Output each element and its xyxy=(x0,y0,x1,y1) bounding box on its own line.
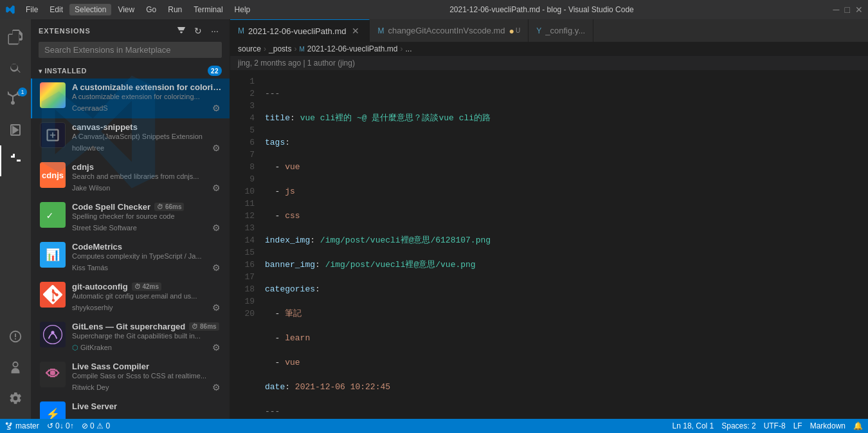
menu-file[interactable]: File xyxy=(21,4,43,15)
ext-icon-gitlens xyxy=(40,322,66,347)
status-spaces[interactable]: Spaces: 2 xyxy=(721,421,755,430)
ext-gear-live-sass[interactable]: ⚙ xyxy=(211,381,222,394)
breadcrumb-icon-md: M xyxy=(299,46,304,53)
status-errors[interactable]: ⊘ 0 ⚠ 0 xyxy=(82,421,110,430)
ext-gear-gitlens[interactable]: ⚙ xyxy=(211,341,222,354)
ext-item-cdnjs[interactable]: cdnjs cdnjs Search and embed libraries f… xyxy=(31,158,230,198)
activity-icon-run[interactable] xyxy=(0,115,31,145)
breadcrumb-sep3: › xyxy=(400,44,402,53)
close-btn[interactable]: ✕ xyxy=(855,5,863,15)
status-notifications[interactable]: 🔔 xyxy=(853,421,863,430)
tab-config[interactable]: Y _config.y... xyxy=(529,19,593,42)
breadcrumb-source[interactable]: source xyxy=(238,44,261,53)
status-encoding[interactable]: UTF-8 xyxy=(764,421,786,430)
ext-author-codemetrics: Kiss Tamás xyxy=(72,264,108,272)
breadcrumb-section[interactable]: ... xyxy=(405,44,411,53)
breadcrumb-file[interactable]: 2021-12-06-vuecliPath.md xyxy=(307,44,398,53)
activity-icon-account[interactable] xyxy=(0,352,31,383)
status-sync[interactable]: ↺ 0↓ 0↑ xyxy=(47,421,74,430)
title-bar: File Edit Selection View Go Run Terminal… xyxy=(0,0,868,19)
search-input[interactable] xyxy=(44,45,216,55)
sidebar-header: EXTENSIONS ↻ ··· xyxy=(31,19,230,42)
ext-item-live-sass[interactable]: 👁 Live Sass Compiler Compile Sass or Scs… xyxy=(31,358,230,398)
code-line-12: - vue xyxy=(265,356,868,369)
breadcrumb: source › _posts › M 2021-12-06-vuecliPat… xyxy=(230,42,868,56)
tab-label-git-u: U xyxy=(516,27,520,34)
refresh-button[interactable]: ↻ xyxy=(191,24,205,38)
ext-author-git-autoconfig: shyykoserhiy xyxy=(72,304,113,311)
ext-item-colorize[interactable]: A customizable extension for colorizing.… xyxy=(31,78,230,118)
git-blame-top: jing, 2 months ago | 1 author (jing) xyxy=(238,59,355,68)
ext-gear-cdnjs[interactable]: ⚙ xyxy=(211,181,222,194)
maximize-btn[interactable]: □ xyxy=(845,5,850,15)
activity-icon-explorer[interactable] xyxy=(0,22,31,53)
ext-gear-colorize[interactable]: ⚙ xyxy=(211,102,222,115)
svg-point-7 xyxy=(51,331,54,334)
git-info-bar-top: jing, 2 months ago | 1 author (jing) xyxy=(230,56,868,70)
ext-item-spell-checker[interactable]: ✓ Code Spell Checker ⏱ 66ms Spelling che… xyxy=(31,198,230,238)
ext-item-git-autoconfig[interactable]: git-autoconfig ⏱ 42ms Automatic git conf… xyxy=(31,278,230,318)
minimize-btn[interactable]: ─ xyxy=(833,5,840,15)
activity-icon-remote[interactable] xyxy=(0,321,31,352)
ext-item-live-server[interactable]: ⚡ Live Server xyxy=(31,398,230,419)
breadcrumb-posts[interactable]: _posts xyxy=(269,44,291,53)
ext-desc-cdnjs: Search and embed libraries from cdnjs... xyxy=(72,172,222,180)
tab-icon-md: M xyxy=(238,26,244,35)
status-crlf[interactable]: LF xyxy=(793,421,802,430)
ext-desc-gitlens: Supercharge the Git capabilities built i… xyxy=(72,332,222,340)
status-language[interactable]: Markdown xyxy=(810,421,845,430)
ext-info-git-autoconfig: git-autoconfig ⏱ 42ms Automatic git conf… xyxy=(72,282,222,314)
tab-icon-md2: M xyxy=(377,26,384,35)
ext-item-gitlens[interactable]: GitLens — Git supercharged ⏱ 86ms Superc… xyxy=(31,318,230,358)
ext-name-live-server: Live Server xyxy=(72,401,222,411)
ext-name-gitlens: GitLens — Git supercharged ⏱ 86ms xyxy=(72,322,222,331)
editor-scroll[interactable]: 1 2 3 4 5 6 7 8 9 10 11 12 13 14 15 16 1 xyxy=(230,70,868,419)
ext-icon-live-server: ⚡ xyxy=(40,401,66,419)
ext-gear-spell[interactable]: ⚙ xyxy=(211,221,222,234)
menu-terminal[interactable]: Terminal xyxy=(188,4,228,15)
ext-gear-git-autoconfig[interactable]: ⚙ xyxy=(211,301,222,314)
activity-icon-extensions[interactable] xyxy=(0,145,31,176)
status-git-branch[interactable]: master xyxy=(5,421,39,430)
menu-selection[interactable]: Selection xyxy=(69,4,111,15)
editor-content: 1 2 3 4 5 6 7 8 9 10 11 12 13 14 15 16 1 xyxy=(230,70,868,419)
menu-go[interactable]: Go xyxy=(141,4,161,15)
activity-icon-source-control[interactable]: 1 xyxy=(0,84,31,115)
tab-label-config: _config.y... xyxy=(545,26,585,35)
code-line-11: - learn xyxy=(265,332,868,344)
code-line-8: banner_img: /img/post/vuecli裡@意思/vue.png xyxy=(265,259,868,271)
tab-vuecli-path[interactable]: M 2021-12-06-vuecliPath.md ✕ xyxy=(230,19,370,42)
installed-section-header[interactable]: ▾ INSTALLED 22 xyxy=(31,63,230,78)
ext-gear-canvas[interactable]: ⚙ xyxy=(211,142,222,154)
ext-icon-codemetrics: 📊 xyxy=(40,242,66,268)
ext-desc-codemetrics: Computes complexity in TypeScript / Ja..… xyxy=(72,252,222,260)
tab-change-git[interactable]: M changeGitAccountInVscode.md ● U xyxy=(370,19,529,42)
menu-run[interactable]: Run xyxy=(163,4,187,15)
status-ln-col[interactable]: Ln 18, Col 1 xyxy=(673,421,714,430)
ext-item-codemetrics[interactable]: 📊 CodeMetrics Computes complexity in Typ… xyxy=(31,238,230,278)
menu-help[interactable]: Help xyxy=(230,4,256,15)
code-content: --- title: vue cli裡的 ~@ 是什麼意思？談談vue cli的… xyxy=(262,70,868,419)
filter-button[interactable] xyxy=(174,24,188,38)
ext-icon-spell: ✓ xyxy=(40,202,66,228)
code-line-10: - 筆記 xyxy=(265,308,868,320)
more-actions-button[interactable]: ··· xyxy=(208,24,222,38)
activity-icon-search[interactable] xyxy=(0,53,31,84)
search-box[interactable] xyxy=(39,42,222,58)
status-right: Ln 18, Col 1 Spaces: 2 UTF-8 LF Markdown… xyxy=(673,421,863,430)
extensions-title: EXTENSIONS xyxy=(39,27,174,35)
ext-name-cdnjs: cdnjs xyxy=(72,162,222,172)
menu-view[interactable]: View xyxy=(113,4,140,15)
code-line-1: --- xyxy=(265,88,868,100)
activity-icon-settings[interactable] xyxy=(0,383,31,414)
ext-author-cdnjs: Jake Wilson xyxy=(72,184,110,192)
ext-item-canvas-snippets[interactable]: canvas-snippets A Canvas(JavaScript) Sni… xyxy=(31,118,230,158)
menu-edit[interactable]: Edit xyxy=(44,4,68,15)
ext-gear-codemetrics[interactable]: ⚙ xyxy=(211,261,222,274)
ext-author-spell: Street Side Software xyxy=(72,224,137,232)
ext-author-colorize: CoenraadS xyxy=(72,104,108,112)
window-title: 2021-12-06-vuecliPath.md - blog - Visual… xyxy=(255,5,827,14)
tab-icon-yaml: Y xyxy=(536,26,541,35)
tab-close-vuecli[interactable]: ✕ xyxy=(350,25,361,37)
menu-bar: File Edit Selection View Go Run Terminal… xyxy=(21,4,255,15)
